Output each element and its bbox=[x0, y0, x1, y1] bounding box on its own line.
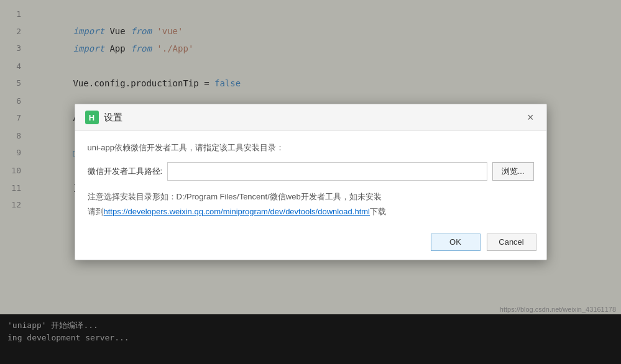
wechat-path-row: 微信开发者工具路径: 浏览... bbox=[88, 162, 534, 181]
wechat-path-label: 微信开发者工具路径: bbox=[88, 166, 163, 177]
modal-footer: OK Cancel bbox=[75, 227, 546, 260]
modal-title: 设置 bbox=[104, 112, 525, 124]
modal-icon: H bbox=[85, 111, 99, 124]
download-link[interactable]: https://developers.weixin.qq.com/minipro… bbox=[104, 207, 370, 216]
modal-body: uni-app依赖微信开发者工具，请指定该工具安装目录： 微信开发者工具路径: … bbox=[75, 131, 546, 227]
note-line1: 注意选择安装目录形如：D:/Program Files/Tencent/微信we… bbox=[88, 192, 382, 201]
cancel-button[interactable]: Cancel bbox=[487, 234, 536, 251]
settings-modal: H 设置 × uni-app依赖微信开发者工具，请指定该工具安装目录： 微信开发… bbox=[75, 104, 547, 260]
browse-button[interactable]: 浏览... bbox=[492, 162, 534, 181]
note-line2-prefix: 请到 bbox=[88, 207, 104, 216]
close-button[interactable]: × bbox=[525, 111, 536, 124]
wechat-path-input[interactable] bbox=[167, 162, 487, 181]
modal-header: H 设置 × bbox=[75, 104, 546, 131]
modal-note: 注意选择安装目录形如：D:/Program Files/Tencent/微信we… bbox=[88, 189, 534, 219]
modal-overlay: H 设置 × uni-app依赖微信开发者工具，请指定该工具安装目录： 微信开发… bbox=[0, 0, 621, 364]
modal-description: uni-app依赖微信开发者工具，请指定该工具安装目录： bbox=[88, 142, 534, 153]
note-line2-suffix: 下载 bbox=[370, 207, 386, 216]
ok-button[interactable]: OK bbox=[431, 234, 481, 251]
